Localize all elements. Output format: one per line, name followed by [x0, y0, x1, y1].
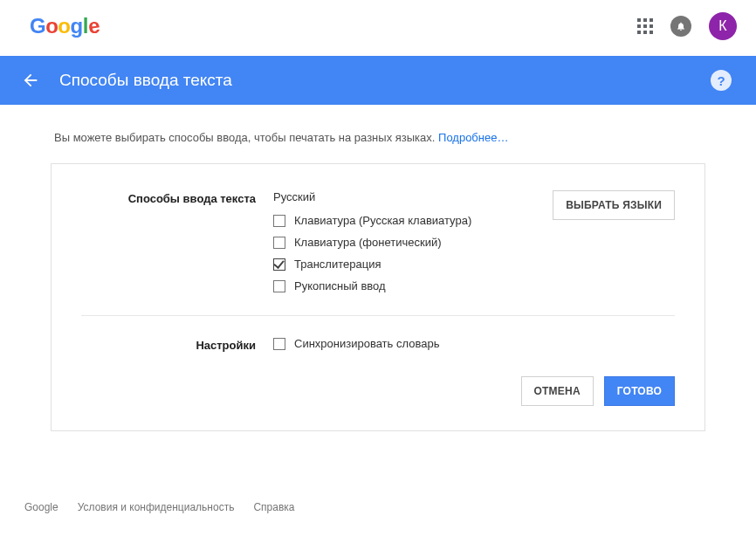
- settings-body: Синхронизировать словарь: [273, 337, 535, 350]
- checkbox-icon: [273, 237, 285, 249]
- account-avatar[interactable]: К: [709, 12, 737, 40]
- divider: [81, 315, 675, 316]
- page-header: Способы ввода текста ?: [0, 56, 756, 105]
- google-logo[interactable]: Google: [30, 14, 100, 38]
- select-languages-button[interactable]: ВЫБРАТЬ ЯЗЫКИ: [553, 190, 675, 220]
- option-label: Рукописный ввод: [294, 279, 386, 292]
- option-keyboard-phonetic[interactable]: Клавиатура (фонетический): [273, 236, 535, 249]
- footer-brand-link[interactable]: Google: [24, 501, 58, 513]
- option-label: Транслитерация: [294, 258, 381, 271]
- input-methods-row: Способы ввода текста Русский Клавиатура …: [81, 190, 675, 292]
- input-methods-body: Русский Клавиатура (Русская клавиатура) …: [273, 190, 535, 292]
- cancel-button[interactable]: ОТМЕНА: [521, 376, 594, 406]
- apps-icon[interactable]: [637, 18, 653, 34]
- settings-label: Настройки: [81, 337, 256, 352]
- footer-privacy-link[interactable]: Условия и конфиденциальность: [78, 501, 235, 513]
- footer-help-link[interactable]: Справка: [253, 501, 294, 513]
- done-button[interactable]: ГОТОВО: [604, 376, 675, 406]
- back-arrow-icon[interactable]: [21, 71, 40, 90]
- footer: Google Условия и конфиденциальность Спра…: [0, 484, 756, 531]
- checkbox-icon: [273, 280, 285, 292]
- checkbox-icon: [273, 338, 285, 350]
- notifications-icon[interactable]: [670, 16, 691, 37]
- language-name: Русский: [273, 190, 535, 203]
- topbar: Google К: [0, 0, 756, 56]
- help-icon[interactable]: ?: [711, 70, 732, 91]
- intro-text-body: Вы можете выбирать способы ввода, чтобы …: [54, 131, 438, 144]
- content: Вы можете выбирать способы ввода, чтобы …: [51, 105, 705, 484]
- settings-row: Настройки Синхронизировать словарь: [81, 337, 675, 352]
- option-label: Синхронизировать словарь: [294, 337, 439, 350]
- page-title: Способы ввода текста: [59, 71, 232, 90]
- input-methods-label: Способы ввода текста: [81, 190, 256, 205]
- learn-more-link[interactable]: Подробнее…: [438, 131, 508, 144]
- option-label: Клавиатура (Русская клавиатура): [294, 214, 471, 227]
- checkbox-icon: [273, 258, 285, 271]
- option-transliteration[interactable]: Транслитерация: [273, 258, 535, 271]
- action-buttons: ОТМЕНА ГОТОВО: [81, 376, 675, 406]
- option-sync-dictionary[interactable]: Синхронизировать словарь: [273, 337, 535, 350]
- option-label: Клавиатура (фонетический): [294, 236, 442, 249]
- checkbox-icon: [273, 215, 285, 227]
- top-actions: К: [637, 12, 737, 40]
- intro-text: Вы можете выбирать способы ввода, чтобы …: [54, 131, 705, 144]
- option-handwriting[interactable]: Рукописный ввод: [273, 279, 535, 292]
- option-keyboard-russian[interactable]: Клавиатура (Русская клавиатура): [273, 214, 535, 227]
- settings-card: Способы ввода текста Русский Клавиатура …: [51, 163, 705, 431]
